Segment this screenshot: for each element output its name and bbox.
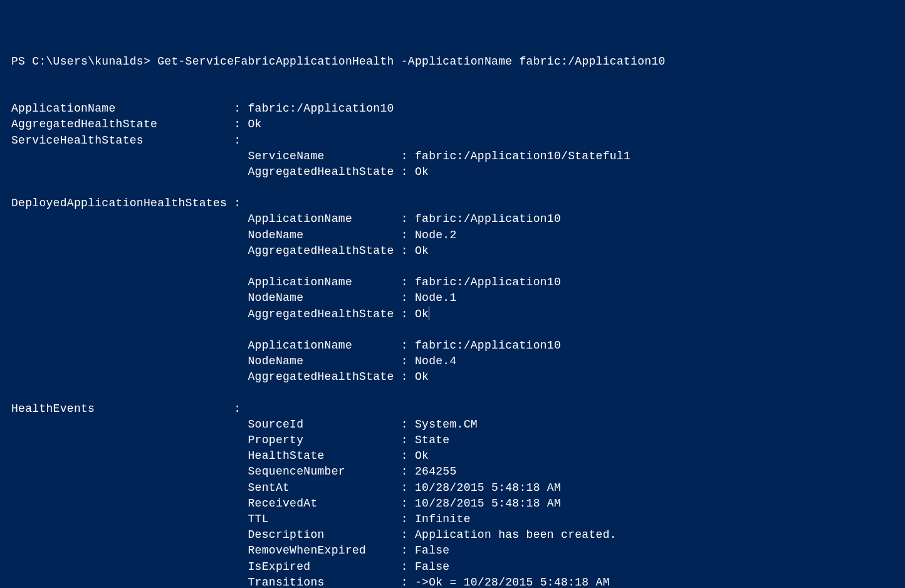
value-application-name: fabric:/Application10: [248, 102, 394, 115]
output-row-svc-name: ServiceName : fabric:/Application10/Stat…: [11, 150, 630, 162]
value-dep0-node-name: Node.2: [415, 229, 457, 241]
output-row-dep0-node: NodeName : Node.2: [11, 229, 457, 241]
output-row-dep2-node: NodeName : Node.4: [11, 355, 457, 367]
output-row-dep1-agg: AggregatedHealthState : Ok: [11, 308, 429, 320]
value-dep0-agg-health: Ok: [415, 244, 429, 257]
label-health-events: HealthEvents: [11, 402, 95, 415]
label-he-health-state: HealthState: [248, 449, 324, 462]
value-he-ttl: Infinite: [415, 513, 471, 525]
output-row-dep2-agg: AggregatedHealthState : Ok: [11, 370, 429, 383]
value-dep1-agg-health: Ok: [415, 308, 429, 320]
label-he-received-at: ReceivedAt: [248, 497, 317, 510]
output-row-he-ttl: TTL : Infinite: [11, 513, 471, 525]
label-application-name: ApplicationName: [11, 102, 116, 115]
label-deployed-app-health-states: DeployedApplicationHealthStates: [11, 197, 227, 209]
output-row-he-expired: IsExpired : False: [11, 560, 449, 573]
output-row-he-health-state: HealthState : Ok: [11, 449, 429, 462]
label-aggregated-health-state: AggregatedHealthState: [11, 118, 157, 130]
label-he-property: Property: [248, 434, 303, 446]
value-he-health-state: Ok: [415, 449, 429, 462]
text-cursor: [429, 307, 429, 320]
value-he-sent-at: 10/28/2015 5:48:18 AM: [415, 481, 561, 494]
value-he-received-at: 10/28/2015 5:48:18 AM: [415, 497, 561, 510]
output-row-dep0-agg: AggregatedHealthState : Ok: [11, 244, 429, 257]
value-aggregated-health-state: Ok: [248, 118, 261, 130]
label-he-sequence-number: SequenceNumber: [248, 465, 345, 478]
label-dep1-app-name: ApplicationName: [248, 276, 352, 288]
label-he-remove-when-expired: RemoveWhenExpired: [248, 544, 366, 557]
label-he-sent-at: SentAt: [248, 481, 290, 494]
output-row-app-name: ApplicationName : fabric:/Application10: [11, 102, 394, 115]
label-svc-service-name: ServiceName: [248, 150, 324, 162]
output-row-dep2-app: ApplicationName : fabric:/Application10: [11, 339, 561, 352]
output-row-he-transitions: Transitions : ->Ok = 10/28/2015 5:48:18 …: [11, 576, 610, 588]
value-he-transitions: ->Ok = 10/28/2015 5:48:18 AM: [415, 576, 610, 588]
label-dep1-agg-health: AggregatedHealthState: [248, 308, 394, 320]
output-row-he-remove: RemoveWhenExpired : False: [11, 544, 449, 557]
value-dep2-node-name: Node.4: [415, 355, 457, 367]
prompt-path: C:\Users\kunalds: [32, 55, 144, 68]
output-row-he-source: SourceId : System.CM: [11, 418, 478, 431]
output-row-service-health: ServiceHealthStates :: [11, 134, 248, 147]
output-row-he-property: Property : State: [11, 434, 449, 446]
label-dep2-node-name: NodeName: [248, 355, 303, 367]
label-svc-agg-health: AggregatedHealthState: [248, 165, 394, 178]
label-he-ttl: TTL: [248, 513, 268, 525]
value-he-remove-when-expired: False: [415, 544, 450, 557]
label-he-description: Description: [248, 528, 324, 541]
label-he-source-id: SourceId: [248, 418, 303, 431]
value-he-property: State: [415, 434, 450, 446]
label-he-transitions: Transitions: [248, 576, 324, 588]
value-svc-agg-health: Ok: [415, 165, 429, 178]
value-svc-service-name: fabric:/Application10/Stateful1: [415, 150, 630, 162]
output-row-he-received: ReceivedAt : 10/28/2015 5:48:18 AM: [11, 497, 561, 510]
label-service-health-states: ServiceHealthStates: [11, 134, 144, 147]
label-dep2-app-name: ApplicationName: [248, 339, 352, 352]
output-row-dep0-app: ApplicationName : fabric:/Application10: [11, 213, 561, 225]
value-dep1-node-name: Node.1: [415, 291, 457, 304]
value-he-is-expired: False: [415, 560, 450, 573]
output-row-he-desc: Description : Application has been creat…: [11, 528, 617, 541]
label-dep2-agg-health: AggregatedHealthState: [248, 370, 394, 383]
output-row-deployed: DeployedApplicationHealthStates :: [11, 197, 248, 209]
value-he-sequence-number: 264255: [415, 465, 457, 478]
output-row-he-sent: SentAt : 10/28/2015 5:48:18 AM: [11, 481, 561, 494]
label-dep1-node-name: NodeName: [248, 291, 303, 304]
label-dep0-node-name: NodeName: [248, 229, 303, 241]
output-row-dep1-app: ApplicationName : fabric:/Application10: [11, 276, 561, 288]
value-he-description: Application has been created.: [415, 528, 617, 541]
prompt-separator: >: [144, 55, 157, 68]
value-dep2-agg-health: Ok: [415, 370, 429, 383]
label-dep0-agg-health: AggregatedHealthState: [248, 244, 394, 257]
value-dep0-app-name: fabric:/Application10: [415, 213, 561, 225]
output-row-health-events: HealthEvents :: [11, 402, 248, 415]
terminal-output[interactable]: PS C:\Users\kunalds> Get-ServiceFabricAp…: [11, 54, 894, 588]
output-row-dep1-node: NodeName : Node.1: [11, 291, 457, 304]
label-dep0-app-name: ApplicationName: [248, 213, 352, 225]
label-he-is-expired: IsExpired: [248, 560, 310, 573]
output-row-svc-agg: AggregatedHealthState : Ok: [11, 165, 429, 178]
output-row-he-seq: SequenceNumber : 264255: [11, 465, 457, 478]
value-dep1-app-name: fabric:/Application10: [415, 276, 561, 288]
output-row-agg-health: AggregatedHealthState : Ok: [11, 118, 262, 130]
prompt-line: PS C:\Users\kunalds> Get-ServiceFabricAp…: [11, 55, 666, 68]
prompt-prefix: PS: [11, 55, 32, 68]
command-text: Get-ServiceFabricApplicationHealth -Appl…: [157, 55, 665, 68]
value-dep2-app-name: fabric:/Application10: [415, 339, 561, 352]
value-he-source-id: System.CM: [415, 418, 478, 431]
